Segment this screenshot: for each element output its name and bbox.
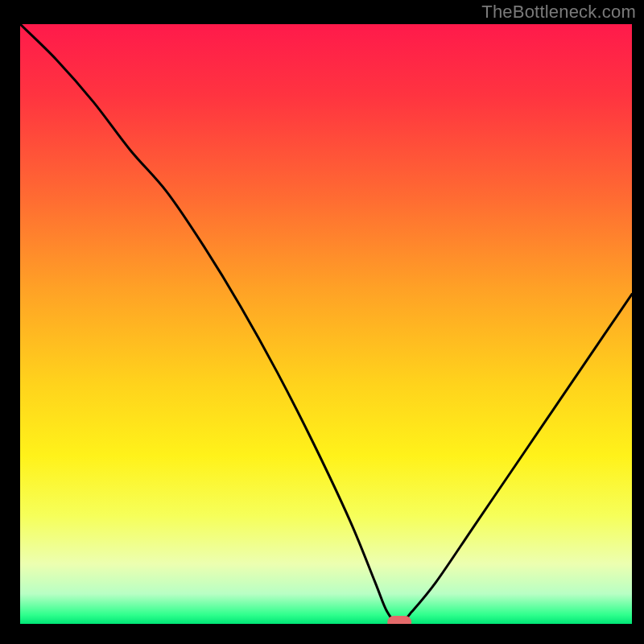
gradient-rect: [20, 24, 632, 624]
plot-area: [20, 24, 632, 624]
optimum-marker: [387, 616, 411, 624]
chart-svg: [20, 24, 632, 624]
chart-stage: TheBottleneck.com: [0, 0, 644, 644]
watermark-text: TheBottleneck.com: [481, 2, 636, 23]
